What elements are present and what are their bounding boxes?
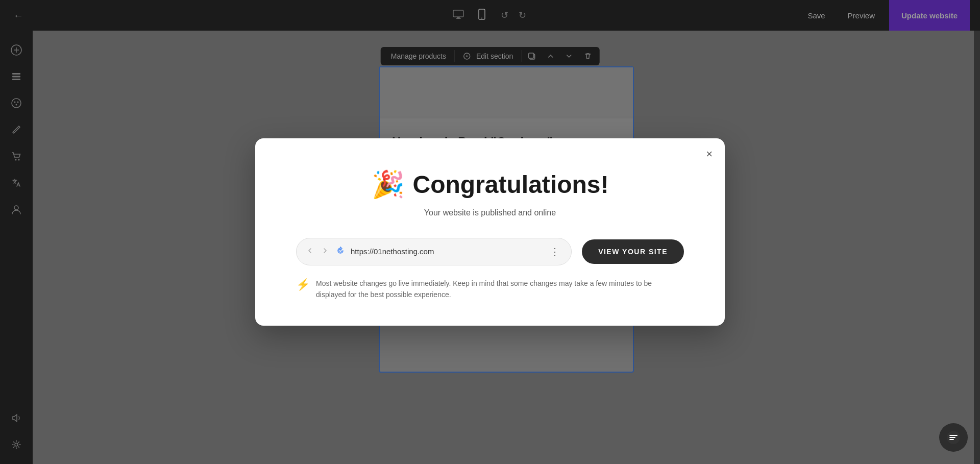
modal-close-button[interactable]: × [706,149,713,160]
url-more-button[interactable]: ⋮ [547,245,563,259]
view-site-button[interactable]: VIEW YOUR SITE [582,239,684,264]
modal-notice: ⚡ Most website changes go live immediate… [296,278,684,301]
notice-text: Most website changes go live immediately… [316,278,684,301]
modal-overlay: × 🎉 Congratulations! Your website is pub… [0,0,980,464]
modal-emoji: 🎉 [372,169,405,200]
congratulations-modal: × 🎉 Congratulations! Your website is pub… [255,138,725,326]
modal-title: Congratulations! [413,170,609,199]
url-bar: ⋮ [296,238,572,265]
url-input[interactable] [351,247,542,256]
url-back-button[interactable] [305,246,315,258]
url-reload-button[interactable] [335,246,346,258]
modal-url-row: ⋮ VIEW YOUR SITE [296,238,684,265]
url-forward-button[interactable] [320,246,330,258]
notice-icon: ⚡ [296,278,310,291]
modal-title-row: 🎉 Congratulations! [372,169,609,200]
modal-subtitle: Your website is published and online [424,208,556,217]
chat-widget-button[interactable] [939,423,968,452]
